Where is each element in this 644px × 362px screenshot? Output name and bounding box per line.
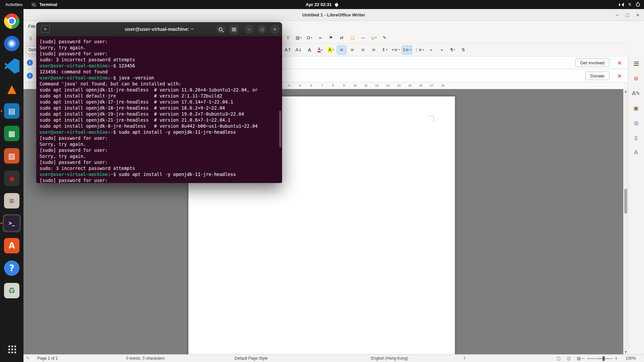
font-color-button[interactable]: A▾ <box>316 46 325 54</box>
view-single-page-icon[interactable]: □ <box>557 355 560 362</box>
writer-titlebar[interactable]: Untitled 1 - LibreOffice Writer − □ × <box>23 9 644 21</box>
align-center-button[interactable]: ≡ <box>348 46 357 54</box>
writer-minimize-button[interactable]: − <box>615 12 619 18</box>
decrease-font-size-button[interactable]: A↓ <box>294 46 303 54</box>
writer-maximize-button[interactable]: □ <box>626 12 629 18</box>
terminal-minimize-button[interactable]: − <box>245 25 254 34</box>
dock-item-impress[interactable]: ▧ <box>3 147 21 165</box>
terminal-output[interactable]: [sudo] password for user: Sorry, try aga… <box>36 37 282 183</box>
justify-button[interactable]: ≡ <box>369 46 378 54</box>
page-style-field[interactable]: Default Page Style <box>234 355 268 362</box>
dock-item-writer[interactable]: ▤ <box>3 102 21 120</box>
edit-mode-icon[interactable]: ✎ <box>26 355 30 362</box>
info-icon: i <box>27 73 33 79</box>
dock-item-media[interactable]: ◉ <box>3 169 21 187</box>
basic-shapes-button[interactable]: ◇▾ <box>369 33 378 42</box>
dock-item-help[interactable]: ? <box>3 259 21 277</box>
terminal-search-button[interactable] <box>216 25 225 34</box>
dock-item-calc[interactable]: ▦ <box>3 124 21 142</box>
donate-button[interactable]: Donate <box>585 71 609 80</box>
infobar-close-icon[interactable]: × <box>618 72 622 79</box>
align-left-button[interactable]: ≡ <box>337 46 346 54</box>
horizontal-line-button[interactable]: — <box>359 33 368 42</box>
selection-mode-icon[interactable]: I <box>464 355 465 362</box>
insert-cross-reference-button[interactable]: ⇄ <box>337 33 346 42</box>
system-status-area[interactable]: ⇅ <box>619 0 640 9</box>
page-count-field[interactable]: Page 1 of 1 <box>37 355 58 362</box>
zoom-slider[interactable] <box>587 358 612 359</box>
dropdown-arrow-icon[interactable]: ▾ <box>453 48 455 51</box>
new-document-button[interactable]: ▯ <box>26 34 35 42</box>
document-scrollbar[interactable]: ▲ ▼ <box>623 89 628 354</box>
align-right-button[interactable]: ≡ <box>359 46 368 54</box>
highlighting-color-button[interactable]: A▾ <box>326 46 335 54</box>
app-grid-button[interactable] <box>3 340 21 358</box>
dock-item-trash[interactable]: ♻ <box>3 282 21 300</box>
character-shadow-button[interactable]: A <box>305 46 314 54</box>
view-book-icon[interactable]: ▤ <box>577 355 581 362</box>
language-field[interactable]: English (Hong Kong) <box>371 355 408 362</box>
unordered-list-button[interactable]: •≡▾ <box>391 46 400 54</box>
writer-close-button[interactable]: × <box>636 12 639 18</box>
sidebar-settings-icon[interactable] <box>631 59 642 68</box>
scroll-up-icon[interactable]: ▲ <box>624 90 628 93</box>
zoom-out-icon[interactable]: − <box>582 355 585 362</box>
insert-field-button[interactable]: ▤▾ <box>294 33 303 42</box>
terminal-titlebar[interactable]: + user@user-virtual-machine: ~ − □ × <box>36 22 282 37</box>
dropdown-arrow-icon[interactable]: ▾ <box>333 48 334 51</box>
dock-item-chrome[interactable] <box>3 12 21 30</box>
infobar-close-icon[interactable]: × <box>618 59 622 66</box>
zoom-slider-thumb[interactable] <box>602 356 605 361</box>
gallery-icon[interactable]: ▣ <box>631 103 642 113</box>
new-tab-button[interactable]: + <box>41 25 50 33</box>
zoom-level-field[interactable]: 100% <box>626 355 636 362</box>
scroll-down-icon[interactable]: ▼ <box>624 351 628 354</box>
show-draw-functions-button[interactable]: ✎ <box>380 33 389 42</box>
line-spacing-button[interactable]: ↕▾ <box>380 46 389 54</box>
zoom-in-icon[interactable]: + <box>614 355 618 362</box>
terminal-menu-button[interactable] <box>229 25 238 34</box>
dock-item-files[interactable]: ≡ <box>3 192 21 210</box>
dock-item-vscode[interactable] <box>3 57 21 75</box>
insert-special-character-button[interactable]: Ω▾ <box>305 33 314 42</box>
increase-indent-button[interactable]: » <box>427 46 436 54</box>
clock-menu[interactable]: Apr 22 02:31 <box>306 0 338 9</box>
insert-footnote-button[interactable]: † <box>283 33 292 42</box>
insert-hyperlink-button[interactable]: ∞ <box>316 33 325 42</box>
ordered-list-button[interactable]: 1≡▾ <box>402 46 412 54</box>
insert-comment-button[interactable]: ❏ <box>348 33 357 42</box>
view-multiple-pages-icon[interactable]: ◫ <box>567 355 571 362</box>
properties-icon[interactable]: ⚙ <box>631 74 642 83</box>
increase-font-size-button[interactable]: A↑ <box>283 46 292 54</box>
navigator-icon[interactable]: ◎ <box>631 118 642 127</box>
word-count-field[interactable]: 0 words, 0 characters <box>126 355 165 362</box>
style-inspector-icon[interactable]: A <box>631 147 642 157</box>
terminal-close-button[interactable]: × <box>270 25 279 34</box>
dock-item-terminal[interactable]: >_ <box>3 214 21 232</box>
dock-item-vlc[interactable]: ▲ <box>3 79 21 98</box>
dropdown-arrow-icon[interactable]: ▾ <box>311 36 312 39</box>
paragraph-spacing-button[interactable]: ¶▾ <box>448 46 457 54</box>
styles-icon[interactable]: A✎ <box>631 88 642 98</box>
dropdown-arrow-icon[interactable]: ▾ <box>398 48 400 51</box>
app-menu[interactable]: >_ Terminal <box>31 2 57 7</box>
insert-bookmark-button[interactable]: ⚑ <box>326 33 335 42</box>
character-shadow-icon: A <box>308 47 311 52</box>
get-involved-button[interactable]: Get involved <box>575 58 609 67</box>
scrollbar-thumb[interactable] <box>624 189 627 214</box>
dock-item-chromium[interactable] <box>3 35 21 53</box>
dropdown-arrow-icon[interactable]: ▾ <box>410 48 411 51</box>
decrease-indent-button[interactable]: « <box>437 46 446 54</box>
outline-format-button[interactable]: ⋮≡▾ <box>414 46 425 54</box>
dropdown-arrow-icon[interactable]: ▾ <box>375 36 376 39</box>
dropdown-arrow-icon[interactable]: ▾ <box>386 48 387 51</box>
dropdown-arrow-icon[interactable]: ▾ <box>423 48 424 51</box>
page-icon[interactable]: ▯ <box>631 133 642 142</box>
terminal-scrollbar-thumb[interactable] <box>279 111 281 147</box>
dock-item-software[interactable]: A <box>3 237 21 255</box>
terminal-maximize-button[interactable]: □ <box>258 25 267 34</box>
dropdown-arrow-icon[interactable]: ▾ <box>321 48 323 51</box>
dropdown-arrow-icon[interactable]: ▾ <box>301 36 302 39</box>
activities-button[interactable]: Activities <box>5 2 22 7</box>
sort-button[interactable]: ⇅ <box>459 46 468 54</box>
